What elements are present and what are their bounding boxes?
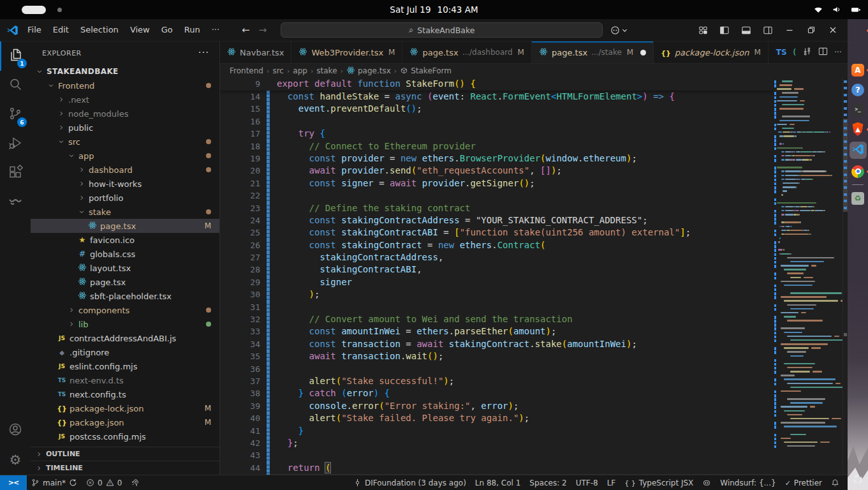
code-line-20[interactable]: 20 await provider.send("eth_requestAccou…: [220, 165, 774, 177]
status-git-branch[interactable]: main*: [27, 475, 82, 490]
tab-dirty-dot[interactable]: [640, 50, 646, 56]
code-area[interactable]: 14 const handleStake = async (event: Rea…: [220, 91, 774, 475]
tree-item-sbft-placeholder-tsx[interactable]: sbft-placeholder.tsx: [31, 289, 219, 303]
outline-section[interactable]: OUTLINE: [31, 447, 219, 461]
activity-item-source-control[interactable]: 6: [0, 100, 31, 130]
status-launch[interactable]: [126, 475, 143, 490]
toggle-secondary-sidebar-icon[interactable]: [758, 22, 777, 38]
tree-item-app[interactable]: app: [31, 149, 219, 163]
back-button[interactable]: ←: [242, 24, 250, 36]
menu-run[interactable]: Run: [179, 19, 206, 41]
code-line-38[interactable]: 38 } catch (error) {: [220, 387, 774, 399]
tree-item-postcss-config-mjs[interactable]: JSpostcss.config.mjs: [31, 429, 219, 443]
close-button[interactable]: [823, 22, 842, 38]
tree-item-eslint-config-mjs[interactable]: JSeslint.config.mjs: [31, 359, 219, 373]
activity-item-explorer[interactable]: 1: [0, 41, 31, 71]
code-line-14[interactable]: 14 const handleStake = async (event: Rea…: [220, 91, 774, 103]
code-line-9[interactable]: 9export default function StakeForm() {: [220, 78, 476, 90]
restore-button[interactable]: [802, 22, 821, 38]
dock-item-vscode[interactable]: [850, 142, 867, 159]
system-tray[interactable]: [813, 0, 862, 19]
tree-item-portfolio[interactable]: portfolio: [31, 191, 219, 205]
status-windsurf-status[interactable]: Windsurf: {...}: [716, 475, 780, 490]
code-line-27[interactable]: 27 stakingContractAddress,: [220, 251, 774, 264]
tree-item-node-modules[interactable]: node_modules: [31, 107, 219, 121]
sticky-scroll-line[interactable]: 9export default function StakeForm() {: [220, 78, 774, 91]
code-line-32[interactable]: 32 // Convert amount to Wei and send the…: [220, 313, 774, 325]
tree-item-public[interactable]: public: [31, 121, 219, 135]
code-line-22[interactable]: 22: [220, 189, 774, 202]
code-line-33[interactable]: 33 const amountInWei = ethers.parseEther…: [220, 325, 774, 338]
menu-file[interactable]: File: [22, 19, 47, 41]
status-prettier[interactable]: ✓Prettier: [781, 475, 827, 490]
status-problems[interactable]: 00: [82, 475, 126, 490]
code-line-23[interactable]: 23 // Define the staking contract: [220, 202, 774, 214]
dock-item-chrome[interactable]: [851, 164, 865, 179]
breadcrumb-stakeform[interactable]: StakeForm: [400, 66, 452, 75]
split-editor-icon[interactable]: [818, 47, 828, 58]
tree-item-next[interactable]: .next: [31, 93, 219, 107]
dock-item-trash[interactable]: ♻: [851, 191, 865, 205]
tree-root-stakeandbake[interactable]: STAKEANDBAKE: [31, 64, 219, 78]
code-line-41[interactable]: 41 }: [220, 425, 774, 437]
code-line-35[interactable]: 35 await transaction.wait();: [220, 350, 774, 362]
tree-item-page-tsx[interactable]: page.tsx: [31, 275, 219, 289]
code-line-21[interactable]: 21 const signer = await provider.getSign…: [220, 177, 774, 189]
tree-item-gitignore[interactable]: ◆.gitignore: [31, 345, 219, 359]
code-line-40[interactable]: 40 alert("Stake failed. Please try again…: [220, 412, 774, 424]
code-line-36[interactable]: 36: [220, 363, 774, 375]
code-line-34[interactable]: 34 const transaction = await stakingCont…: [220, 338, 774, 350]
breadcrumb-frontend[interactable]: Frontend: [230, 66, 263, 75]
code-line-28[interactable]: 28 stakingContractABI,: [220, 264, 774, 276]
compare-changes-icon[interactable]: [802, 47, 812, 58]
tab-page-tsx-stake[interactable]: page.tsx.../stakeM: [532, 41, 654, 63]
code-line-19[interactable]: 19 const provider = new ethers.BrowserPr…: [220, 152, 774, 165]
tree-item-package-lock-json[interactable]: {}package-lock.jsonM: [31, 401, 219, 415]
activity-item-search[interactable]: [0, 71, 31, 100]
menu-item[interactable]: ···: [206, 19, 225, 41]
menu-view[interactable]: View: [124, 19, 156, 41]
tree-item-clipped[interactable]: [31, 443, 219, 447]
tree-item-lib[interactable]: lib: [31, 317, 219, 331]
code-line-39[interactable]: 39 console.error("Error staking:", error…: [220, 400, 774, 412]
status-encoding[interactable]: UTF-8: [571, 475, 603, 490]
remote-indicator[interactable]: ><: [0, 475, 27, 490]
tab-navbar-tsx[interactable]: Navbar.tsx: [220, 41, 291, 63]
status-cursor-position[interactable]: Ln 88, Col 1: [471, 475, 526, 490]
code-line-18[interactable]: 18 // Connect to Ethereum provider: [220, 140, 774, 152]
workspace-indicator[interactable]: [22, 0, 62, 19]
dock-item-brave[interactable]: ▲: [851, 122, 865, 137]
dock-item-files[interactable]: [851, 43, 865, 57]
status-indentation[interactable]: Spaces: 2: [525, 475, 571, 490]
dock-item-app-center[interactable]: A: [851, 63, 865, 77]
breadcrumb-app[interactable]: app: [293, 66, 307, 75]
code-line-30[interactable]: 30 );: [220, 288, 774, 301]
tree-item-src[interactable]: src: [31, 135, 219, 149]
tab-page-tsx-dashboard[interactable]: page.tsx.../dashboardM: [402, 41, 532, 63]
language-indicator[interactable]: TS: [776, 48, 787, 57]
tab-package-lock-json[interactable]: {}package-lock.jsonM: [654, 41, 769, 63]
assistant-menu[interactable]: [610, 26, 628, 35]
activity-item-settings[interactable]: ⚙: [0, 445, 31, 475]
status-language-mode[interactable]: { }TypeScript JSX: [620, 475, 698, 490]
tree-item-components[interactable]: components: [31, 303, 219, 317]
tree-item-how-it-works[interactable]: how-it-works: [31, 177, 219, 191]
tree-item-layout-tsx[interactable]: layout.tsx: [31, 261, 219, 275]
code-line-25[interactable]: 25 const stakingContractABI = ["function…: [220, 226, 774, 239]
status-eol[interactable]: LF: [603, 475, 621, 490]
scrollbar[interactable]: [842, 78, 848, 475]
breadcrumb-page-tsx[interactable]: page.tsx: [346, 66, 391, 77]
breadcrumb-stake[interactable]: stake: [316, 66, 337, 75]
tree-item-dashboard[interactable]: dashboard: [31, 163, 219, 177]
tree-item-next-env-d-ts[interactable]: TSnext-env.d.ts: [31, 373, 219, 387]
inactive-workspace-dot[interactable]: [57, 8, 62, 12]
dock-item-firefox[interactable]: [851, 23, 865, 38]
code-line-45[interactable]: 45 <ProtectedRoute>: [220, 474, 774, 475]
dock-item-terminal[interactable]: >_: [851, 102, 865, 117]
tab-web3provider-tsx[interactable]: Web3Provider.tsxM: [291, 41, 402, 63]
code-line-17[interactable]: 17 try {: [220, 128, 774, 140]
tree-item-next-config-ts[interactable]: TSnext.config.ts: [31, 387, 219, 401]
code-line-37[interactable]: 37 alert("Stake successful!");: [220, 375, 774, 387]
code-line-26[interactable]: 26 const stakingContract = new ethers.Co…: [220, 239, 774, 251]
sidebar-more-actions-icon[interactable]: ···: [198, 47, 209, 59]
